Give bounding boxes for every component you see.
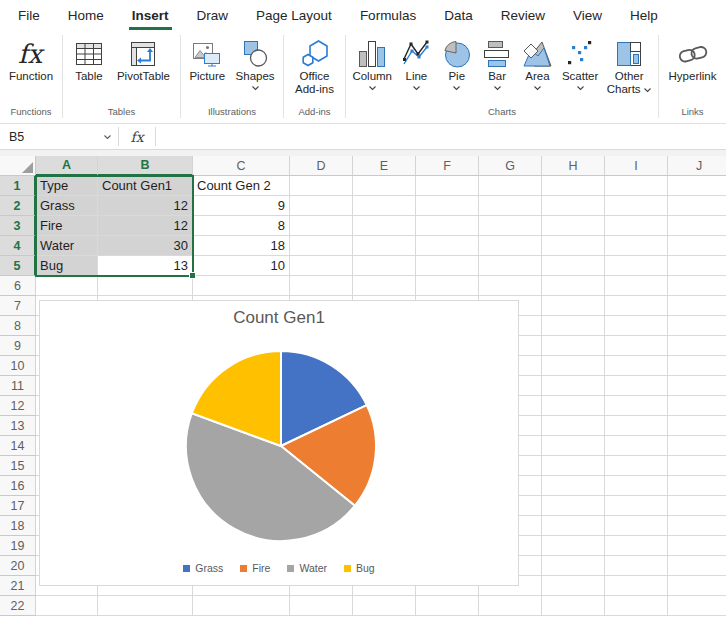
- menu-tab-review[interactable]: Review: [501, 0, 545, 30]
- row-header-7[interactable]: 7: [0, 296, 36, 316]
- menu-tab-view[interactable]: View: [573, 0, 602, 30]
- ribbon-button-line[interactable]: Line: [398, 36, 434, 93]
- legend-item-fire[interactable]: Fire: [240, 562, 270, 574]
- legend-item-bug[interactable]: Bug: [344, 562, 375, 574]
- row-header-10[interactable]: 10: [0, 356, 36, 376]
- chevron-down-icon[interactable]: [493, 85, 502, 91]
- column-header-A[interactable]: A: [36, 156, 98, 176]
- row-header-19[interactable]: 19: [0, 536, 36, 556]
- row-header-22[interactable]: 22: [0, 596, 36, 616]
- row-header-5[interactable]: 5: [0, 256, 36, 276]
- column-header-D[interactable]: D: [290, 156, 353, 176]
- name-box[interactable]: B5: [0, 124, 118, 149]
- cell-C3[interactable]: 8: [193, 216, 290, 236]
- column-header-J[interactable]: J: [668, 156, 726, 176]
- insert-function-button[interactable]: fx: [119, 124, 155, 149]
- row-header-17[interactable]: 17: [0, 496, 36, 516]
- row-header-12[interactable]: 12: [0, 396, 36, 416]
- legend-swatch-icon: [287, 565, 294, 572]
- gridline-horizontal: [36, 295, 726, 296]
- ribbon-button-picture[interactable]: Picture: [187, 36, 227, 85]
- row-header-3[interactable]: 3: [0, 216, 36, 236]
- row-header-1[interactable]: 1: [0, 176, 36, 196]
- legend-item-water[interactable]: Water: [287, 562, 327, 574]
- cell-B3[interactable]: 12: [98, 216, 193, 236]
- ribbon-button-pie[interactable]: Pie: [439, 36, 475, 93]
- menu-tab-formulas[interactable]: Formulas: [360, 0, 416, 30]
- cell-B4[interactable]: 30: [98, 236, 193, 256]
- cell-B1[interactable]: Count Gen1: [98, 176, 193, 196]
- column-header-G[interactable]: G: [479, 156, 542, 176]
- ribbon-button-area[interactable]: Area: [520, 36, 556, 93]
- cell-C5[interactable]: 10: [193, 256, 290, 276]
- ribbon-button-other-charts[interactable]: OtherCharts: [605, 36, 654, 98]
- spreadsheet[interactable]: ABCDEFGHIJ123456789101112131415161718192…: [0, 156, 726, 617]
- chevron-down-icon[interactable]: [576, 85, 585, 91]
- row-header-6[interactable]: 6: [0, 276, 36, 296]
- chart-title[interactable]: Count Gen1: [40, 308, 518, 328]
- ribbon-button-column[interactable]: Column: [350, 36, 394, 93]
- column-header-H[interactable]: H: [542, 156, 605, 176]
- row-header-14[interactable]: 14: [0, 436, 36, 456]
- row-header-2[interactable]: 2: [0, 196, 36, 216]
- cell-C1[interactable]: Count Gen 2: [193, 176, 290, 196]
- select-all-corner[interactable]: [0, 156, 36, 176]
- legend-item-grass[interactable]: Grass: [183, 562, 223, 574]
- ribbon-button-label: Charts: [607, 83, 652, 96]
- name-box-value: B5: [9, 130, 24, 144]
- formula-input[interactable]: [156, 124, 726, 149]
- name-box-dropdown-icon[interactable]: [103, 134, 112, 140]
- ribbon-button-function[interactable]: fxFunction: [7, 36, 55, 85]
- legend-swatch-icon: [183, 565, 190, 572]
- ribbon-button-shapes[interactable]: Shapes: [234, 36, 277, 93]
- cell-A5[interactable]: Bug: [36, 256, 98, 276]
- row-header-11[interactable]: 11: [0, 376, 36, 396]
- row-header-13[interactable]: 13: [0, 416, 36, 436]
- column-header-B[interactable]: B: [98, 156, 193, 176]
- table-icon: [73, 38, 105, 70]
- ribbon-button-office-add-ins[interactable]: OfficeAdd-ins: [293, 36, 336, 98]
- fill-handle[interactable]: [189, 272, 196, 279]
- ribbon-button-table[interactable]: Table: [71, 36, 107, 85]
- ribbon-button-pivottable[interactable]: PivotTable: [115, 36, 172, 85]
- menu-tab-home[interactable]: Home: [68, 0, 104, 30]
- chevron-down-icon[interactable]: [251, 85, 260, 91]
- ribbon-button-scatter[interactable]: Scatter: [560, 36, 600, 93]
- row-header-18[interactable]: 18: [0, 516, 36, 536]
- row-header-8[interactable]: 8: [0, 316, 36, 336]
- cell-A1[interactable]: Type: [36, 176, 98, 196]
- menu-tab-file[interactable]: File: [18, 0, 40, 30]
- ribbon-button-label: PivotTable: [117, 70, 170, 83]
- cell-A2[interactable]: Grass: [36, 196, 98, 216]
- row-header-21[interactable]: 21: [0, 576, 36, 596]
- column-header-C[interactable]: C: [193, 156, 290, 176]
- row-header-4[interactable]: 4: [0, 236, 36, 256]
- cell-A4[interactable]: Water: [36, 236, 98, 256]
- cell-B2[interactable]: 12: [98, 196, 193, 216]
- ribbon-button-hyperlink[interactable]: Hyperlink: [667, 36, 719, 85]
- menu-tab-draw[interactable]: Draw: [197, 0, 229, 30]
- row-header-20[interactable]: 20: [0, 556, 36, 576]
- cell-C2[interactable]: 9: [193, 196, 290, 216]
- chevron-down-icon[interactable]: [412, 85, 421, 91]
- chevron-down-icon[interactable]: [643, 87, 652, 93]
- chevron-down-icon[interactable]: [452, 85, 461, 91]
- row-header-9[interactable]: 9: [0, 336, 36, 356]
- cell-B5[interactable]: 13: [98, 256, 193, 276]
- menu-tab-page-layout[interactable]: Page Layout: [256, 0, 332, 30]
- menu-tab-insert[interactable]: Insert: [132, 0, 169, 30]
- cell-C4[interactable]: 18: [193, 236, 290, 256]
- column-header-F[interactable]: F: [416, 156, 479, 176]
- column-header-E[interactable]: E: [353, 156, 416, 176]
- column-header-I[interactable]: I: [605, 156, 668, 176]
- cell-A3[interactable]: Fire: [36, 216, 98, 236]
- row-header-15[interactable]: 15: [0, 456, 36, 476]
- chevron-down-icon[interactable]: [368, 85, 377, 91]
- menu-tab-help[interactable]: Help: [630, 0, 658, 30]
- menu-tab-data[interactable]: Data: [444, 0, 473, 30]
- embedded-chart[interactable]: Count Gen1GrassFireWaterBug: [39, 300, 519, 586]
- legend-label: Bug: [356, 562, 375, 574]
- ribbon-button-bar[interactable]: Bar: [479, 36, 515, 93]
- chevron-down-icon[interactable]: [533, 85, 542, 91]
- row-header-16[interactable]: 16: [0, 476, 36, 496]
